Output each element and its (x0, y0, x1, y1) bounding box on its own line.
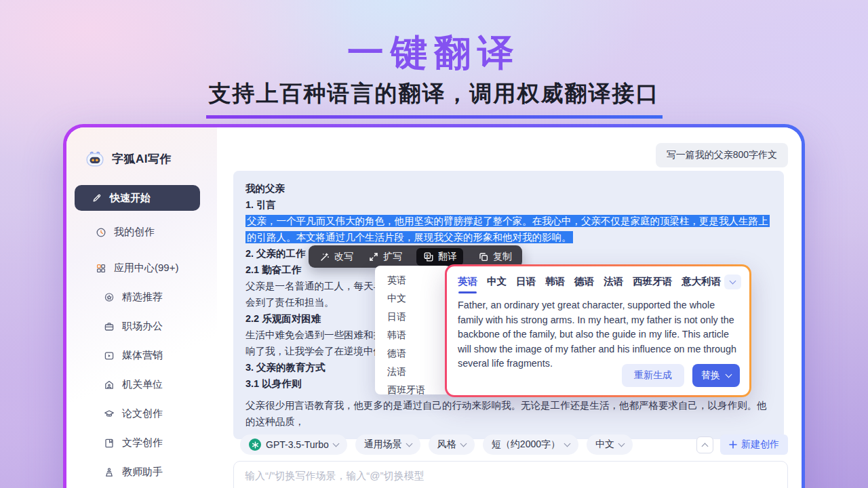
page-title: 一键翻译 (0, 28, 868, 78)
sidebar: 字狐AI写作 快速开始 (66, 127, 217, 488)
sidebar-item-teacher[interactable]: 教师助手 (66, 458, 217, 487)
brand: 字狐AI写作 (85, 148, 217, 169)
tab-japanese[interactable]: 日语 (516, 275, 536, 293)
chevron-down-icon (460, 440, 467, 447)
scene-select[interactable]: 通用场景 (355, 434, 420, 455)
sidebar-item-label: 应用中心(99+) (114, 262, 178, 274)
teacher-icon (103, 466, 115, 478)
sidebar-item-featured[interactable]: 精选推荐 (66, 283, 217, 312)
sidebar-item-app-center[interactable]: 应用中心(99+) (66, 253, 217, 283)
sidebar-item-office[interactable]: 职场办公 (66, 312, 217, 341)
plus-icon (729, 441, 737, 449)
app-window: 字狐AI写作 快速开始 (63, 124, 805, 488)
selected-paragraph: 父亲，一个平凡而又伟大的角色，他用坚实的臂膀撑起了整个家。在我心中，父亲不仅是家… (245, 213, 772, 245)
chevron-down-icon (564, 440, 571, 447)
sidebar-item-label: 文学创作 (122, 436, 163, 449)
tab-french[interactable]: 法语 (604, 275, 623, 293)
page-subtitle: 支持上百种语言的翻译，调用权威翻译接口 (206, 79, 663, 119)
composer-bar: GPT-3.5-Turbo 通用场景 风格 短（约2000字） (240, 434, 788, 455)
tab-spanish[interactable]: 西班牙语 (633, 275, 672, 293)
sidebar-item-media[interactable]: 媒体营销 (66, 341, 217, 370)
media-play-icon (103, 350, 115, 361)
tab-german[interactable]: 德语 (574, 275, 594, 293)
building-icon (103, 379, 115, 390)
chevron-down-icon (726, 371, 732, 378)
language-menu-item-chinese[interactable]: 中文 (375, 289, 451, 308)
rewrite-label: 改写 (334, 251, 353, 263)
language-menu-item-japanese[interactable]: 日语 (375, 308, 451, 326)
copy-icon (477, 251, 489, 262)
style-label: 风格 (437, 439, 456, 451)
doc-title: 我的父亲 (245, 180, 772, 197)
translate-label: 翻译 (438, 251, 457, 263)
model-select[interactable]: GPT-3.5-Turbo (240, 434, 347, 455)
tab-chinese[interactable]: 中文 (487, 275, 507, 293)
rewrite-button[interactable]: 改写 (319, 251, 353, 263)
star-badge-icon (103, 291, 115, 303)
tabs-more-button[interactable] (724, 274, 741, 289)
svg-text:文: 文 (425, 253, 429, 258)
composer-input[interactable] (233, 461, 788, 488)
sidebar-item-label: 教师助手 (122, 466, 163, 479)
expand-button[interactable]: 扩写 (368, 251, 402, 263)
language-menu-item-french[interactable]: 法语 (375, 363, 451, 381)
chevron-up-icon (702, 443, 709, 449)
replace-label: 替换 (701, 369, 720, 382)
translate-button[interactable]: 文 翻译 (416, 248, 463, 266)
translate-icon: 文 (422, 251, 434, 262)
copy-button[interactable]: 复制 (477, 251, 512, 263)
sidebar-item-literature[interactable]: 文学创作 (66, 428, 217, 458)
length-select[interactable]: 短（约2000字） (483, 434, 578, 455)
wand-icon (319, 251, 330, 262)
chevron-down-icon (406, 440, 412, 447)
sidebar-item-label: 精选推荐 (122, 291, 163, 304)
composer-input-wrap (233, 461, 788, 488)
sidebar-item-label: 职场办公 (122, 320, 163, 333)
language-menu-item-german[interactable]: 德语 (375, 344, 451, 363)
new-creation-label: 新建创作 (741, 439, 779, 451)
sidebar-item-label: 我的创作 (114, 226, 155, 239)
pen-icon (91, 192, 102, 204)
chevron-down-icon (332, 440, 339, 447)
collapse-button[interactable] (696, 436, 713, 453)
translate-popup: 英语 中文 日语 韩语 德语 法语 西班牙语 意大利语 Father, (445, 264, 751, 397)
briefcase-icon (103, 321, 115, 332)
tab-english[interactable]: 英语 (458, 275, 477, 293)
tab-korean[interactable]: 韩语 (545, 275, 565, 293)
sidebar-item-paper[interactable]: 论文创作 (66, 399, 217, 428)
translate-tabs: 英语 中文 日语 韩语 德语 法语 西班牙语 意大利语 (458, 275, 738, 293)
expand-label: 扩写 (383, 251, 402, 263)
text-selection: 父亲，一个平凡而又伟大的角色，他用坚实的臂膀撑起了整个家。在我心中，父亲不仅是家… (245, 215, 770, 243)
page-subtitle-wrap: 支持上百种语言的翻译，调用权威翻译接口 (0, 79, 868, 119)
brand-name: 字狐AI写作 (112, 151, 172, 167)
language-menu-item-korean[interactable]: 韩语 (375, 326, 451, 344)
sidebar-item-quick-start[interactable]: 快速开始 (75, 185, 200, 211)
sidebar-item-my-creations[interactable]: 我的创作 (66, 218, 217, 247)
language-menu: 英语 中文 日语 韩语 德语 法语 西班牙语 (375, 266, 451, 394)
copy-label: 复制 (493, 251, 512, 263)
doc-paragraph: 父亲很少用言语教育我，他更多的是通过自己的行动来影响我。无论是工作还是生活，他都… (245, 397, 772, 430)
length-label: 短（约2000字） (492, 439, 560, 451)
output-language-select[interactable]: 中文 (587, 434, 633, 455)
grid-icon (95, 262, 106, 274)
output-language-label: 中文 (595, 439, 614, 451)
language-menu-item-english[interactable]: 英语 (375, 271, 451, 289)
user-prompt-bubble: 写一篇我的父亲800字作文 (656, 143, 788, 167)
sidebar-item-government[interactable]: 机关单位 (66, 370, 217, 399)
sidebar-item-label: 媒体营销 (122, 349, 163, 362)
replace-button[interactable]: 替换 (692, 364, 740, 387)
style-select[interactable]: 风格 (429, 434, 475, 455)
doc-heading-intro: 1. 引言 (245, 197, 772, 213)
main-area: 写一篇我的父亲800字作文 我的父亲 1. 引言 父亲，一个平凡而又伟大的角色，… (217, 127, 802, 488)
tab-italian[interactable]: 意大利语 (682, 275, 721, 293)
chevron-down-icon (618, 440, 625, 447)
clock-icon (95, 226, 106, 238)
openai-icon (249, 439, 261, 451)
robot-logo-icon (85, 148, 105, 169)
language-menu-item-spanish[interactable]: 西班牙语 (375, 381, 451, 394)
new-creation-button[interactable]: 新建创作 (720, 434, 788, 455)
translation-text: Father, an ordinary yet great character,… (458, 298, 738, 371)
sidebar-menu: 快速开始 我的创作 (66, 185, 217, 487)
expand-icon (368, 251, 379, 262)
regenerate-button[interactable]: 重新生成 (622, 364, 684, 387)
